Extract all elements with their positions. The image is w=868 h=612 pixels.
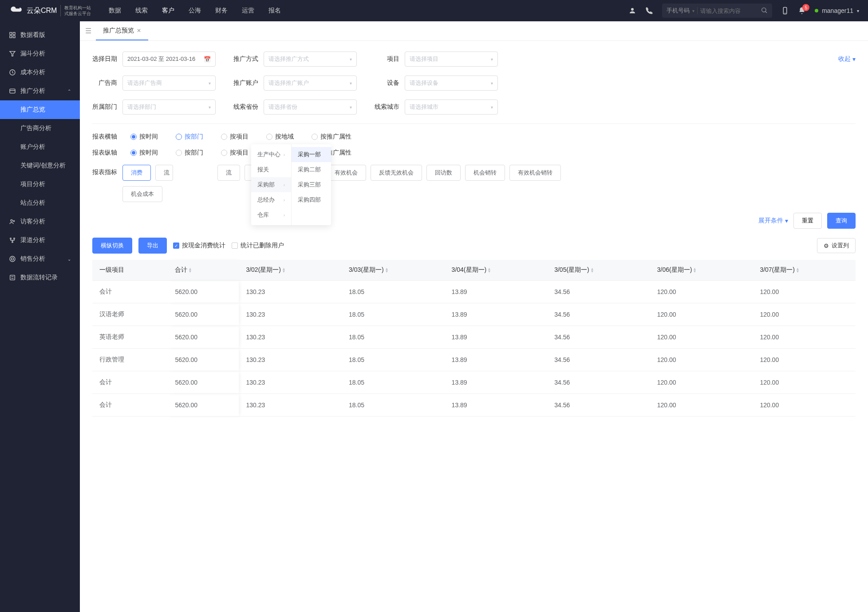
column-header-0[interactable]: 一级项目 (92, 260, 168, 281)
column-header-3[interactable]: 3/03(星期一)▴▾ (342, 260, 445, 281)
nav-item-5[interactable]: 运营 (242, 7, 254, 15)
metric-btn-10[interactable]: 机会成本 (122, 186, 162, 202)
metric-btn-5[interactable]: 有效机会 (326, 165, 366, 181)
cascade-item[interactable]: 采购部› (251, 177, 291, 192)
cascade-item[interactable]: 生产中心› (251, 147, 291, 162)
nav-item-4[interactable]: 财务 (215, 7, 228, 15)
query-button[interactable]: 查询 (827, 213, 856, 229)
metric-btn-1[interactable]: 流 (217, 165, 240, 181)
deleted-stat-checkbox[interactable]: 统计已删除用户 (232, 242, 284, 250)
metric-btn-8[interactable]: 机会销转 (465, 165, 505, 181)
city-select[interactable]: 请选择城市 ▾ (405, 99, 498, 115)
sidebar-subitem-3-5[interactable]: 站点分析 (0, 194, 80, 212)
settings-columns-button[interactable]: ⚙ 设置列 (817, 238, 856, 253)
sidebar-toggle-icon[interactable]: ☰ (85, 27, 91, 35)
sidebar-item-6[interactable]: 销售分析⌄ (0, 250, 80, 268)
cascade-item[interactable]: 采购三部 (292, 177, 331, 192)
sidebar-item-0[interactable]: 数据看版 (0, 26, 80, 44)
province-select[interactable]: 请选择省份 ▾ (264, 99, 357, 115)
column-header-6[interactable]: 3/06(星期一)▴▾ (650, 260, 753, 281)
cell-value: 18.05 (342, 394, 445, 417)
sort-icon: ▴▾ (189, 267, 191, 273)
sidebar-item-3[interactable]: 推广分析⌃ (0, 82, 80, 100)
cell-value: 18.05 (342, 326, 445, 349)
search-box: 手机号码 ▾ (662, 4, 772, 18)
cascade-item[interactable]: 采购四部 (292, 192, 331, 207)
chevron-down-icon: ▾ (852, 56, 856, 63)
metric-btn-9[interactable]: 有效机会销转 (509, 165, 561, 181)
sidebar-subitem-3-1[interactable]: 广告商分析 (0, 119, 80, 138)
collapse-link[interactable]: 收起 ▾ (838, 55, 856, 63)
sidebar-subitem-3-2[interactable]: 账户分析 (0, 138, 80, 156)
phone-icon[interactable] (645, 7, 653, 15)
radio-按部门[interactable]: 按部门 (176, 133, 203, 141)
radio-按部门[interactable]: 按部门 (176, 149, 203, 157)
metric-btn-0[interactable]: 消费 (122, 165, 151, 181)
advertiser-select[interactable]: 请选择广告商 ▾ (122, 76, 216, 91)
sidebar-item-7[interactable]: 数据流转记录 (0, 268, 80, 287)
account-select[interactable]: 请选择推广账户 ▾ (264, 76, 357, 91)
search-icon[interactable] (761, 7, 768, 15)
project-select[interactable]: 请选择项目 ▾ (405, 52, 498, 67)
reset-button[interactable]: 重置 (793, 213, 822, 229)
svg-point-1 (762, 8, 766, 12)
cell-value: 120.00 (753, 303, 856, 326)
mobile-icon[interactable] (781, 7, 789, 15)
sidebar-item-2[interactable]: 成本分析 (0, 63, 80, 82)
nav-item-0[interactable]: 数据 (109, 7, 121, 15)
cell-value: 130.23 (239, 349, 342, 371)
cascade-item[interactable]: 采购一部 (292, 147, 331, 162)
expand-conditions-link[interactable]: 展开条件 ▾ (758, 217, 788, 225)
radio-按时间[interactable]: 按时间 (130, 149, 158, 157)
nav-item-2[interactable]: 客户 (162, 7, 174, 15)
radio-按推广属性[interactable]: 按推广属性 (312, 133, 351, 141)
column-header-7[interactable]: 3/07(星期一)▴▾ (753, 260, 856, 281)
dept-label: 所属部门 (92, 103, 117, 111)
radio-按项目[interactable]: 按项目 (221, 149, 249, 157)
close-icon[interactable]: ✕ (137, 28, 141, 34)
metric-btn-hidden[interactable]: 流 (155, 165, 173, 181)
method-select[interactable]: 请选择推广方式 ▾ (264, 52, 357, 67)
nav-item-6[interactable]: 报名 (268, 7, 281, 15)
bell-icon[interactable]: 5 (798, 7, 806, 15)
sidebar-subitem-3-4[interactable]: 项目分析 (0, 175, 80, 194)
search-input[interactable] (700, 8, 758, 14)
radio-按地域[interactable]: 按地域 (266, 133, 294, 141)
export-button[interactable]: 导出 (138, 238, 167, 254)
column-header-4[interactable]: 3/04(星期一)▴▾ (445, 260, 548, 281)
sidebar-item-4[interactable]: 访客分析 (0, 212, 80, 231)
sidebar-subitem-3-3[interactable]: 关键词/创意分析 (0, 156, 80, 175)
tab-promo-overview[interactable]: 推广总预览 ✕ (96, 21, 148, 40)
radio-按时间[interactable]: 按时间 (130, 133, 158, 141)
chevron-right-icon: › (284, 198, 285, 203)
chevron-down-icon: ▾ (350, 105, 352, 110)
user-menu[interactable]: manager11 ▾ (815, 7, 859, 14)
cascade-item[interactable]: 报关 (251, 162, 291, 177)
flow-icon (9, 274, 16, 281)
device-select[interactable]: 请选择设备 ▾ (405, 76, 498, 91)
column-header-5[interactable]: 3/05(星期一)▴▾ (547, 260, 650, 281)
sidebar-item-5[interactable]: 渠道分析 (0, 231, 80, 250)
table-row: 汉语老师5620.00130.2318.0513.8934.56120.0012… (92, 303, 856, 326)
cascade-item[interactable]: 采购二部 (292, 162, 331, 177)
cascade-item[interactable]: 仓库› (251, 207, 291, 223)
cell-name: 会计 (92, 281, 168, 303)
cascade-item[interactable]: 总经办› (251, 192, 291, 207)
date-range-input[interactable]: 2021-03-02 至 2021-03-16 📅 (122, 52, 216, 67)
nav-item-1[interactable]: 线索 (135, 7, 148, 15)
sidebar-subitem-3-0[interactable]: 推广总览 (0, 100, 80, 119)
sidebar-item-1[interactable]: 漏斗分析 (0, 44, 80, 63)
sort-icon: ▴▾ (797, 267, 799, 273)
radio-按项目[interactable]: 按项目 (221, 133, 249, 141)
user-icon[interactable] (628, 7, 636, 15)
column-header-2[interactable]: 3/02(星期一)▴▾ (239, 260, 342, 281)
metric-btn-6[interactable]: 反馈无效机会 (371, 165, 422, 181)
metric-btn-7[interactable]: 回访数 (426, 165, 461, 181)
cash-stat-checkbox[interactable]: 按现金消费统计 (173, 242, 225, 250)
nav-item-3[interactable]: 公海 (189, 7, 201, 15)
swap-button[interactable]: 横纵切换 (92, 238, 132, 254)
column-header-1[interactable]: 合计▴▾ (168, 260, 239, 281)
search-type-select[interactable]: 手机号码 (667, 7, 690, 15)
table-toolbar: 横纵切换 导出 按现金消费统计 统计已删除用户 ⚙ 设置列 (92, 238, 856, 254)
dept-select[interactable]: 请选择部门 ▾ (122, 99, 216, 115)
